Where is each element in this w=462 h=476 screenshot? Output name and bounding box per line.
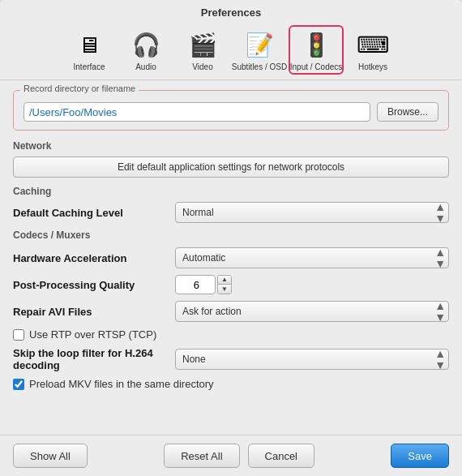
toolbar-item-hotkeys[interactable]: ⌨ Hotkeys xyxy=(345,25,400,75)
bottom-bar: Show All Reset All Cancel Save xyxy=(0,435,462,476)
toolbar-label-hotkeys: Hotkeys xyxy=(358,62,387,71)
save-button[interactable]: Save xyxy=(391,444,449,468)
rtp-rtsp-checkbox[interactable] xyxy=(13,329,24,341)
hw-accel-select-wrapper: Automatic Any None OpenCL VDPAU ▲▼ xyxy=(175,247,449,268)
repair-avi-select[interactable]: Ask for action Always repair Never repai… xyxy=(175,301,449,322)
repair-avi-control: Ask for action Always repair Never repai… xyxy=(175,301,449,322)
rtp-rtsp-row: Use RTP over RTSP (TCP) xyxy=(13,328,449,341)
rtp-rtsp-label: Use RTP over RTSP (TCP) xyxy=(29,328,156,341)
caching-header: Caching xyxy=(13,186,449,197)
network-settings-button[interactable]: Edit default application settings for ne… xyxy=(13,157,449,178)
record-path-input[interactable] xyxy=(24,102,370,122)
post-quality-decrement[interactable]: ▼ xyxy=(218,285,231,294)
toolbar-label-audio: Audio xyxy=(135,62,156,71)
subtitles-icon: 📝 xyxy=(243,28,276,61)
codecs-header: Codecs / Muxers xyxy=(13,229,449,241)
video-icon: 🎬 xyxy=(186,28,219,61)
caching-select-wrapper: Normal Custom Smallest latency Small lat… xyxy=(175,202,449,223)
caching-section: Caching Default Caching Level Normal Cus… xyxy=(13,186,449,223)
post-quality-input[interactable] xyxy=(175,275,216,294)
cancel-button[interactable]: Cancel xyxy=(248,444,314,468)
post-quality-stepper: ▲ ▼ xyxy=(217,275,232,294)
caching-row: Default Caching Level Normal Custom Smal… xyxy=(13,202,449,223)
record-section-label: Record directory or filename xyxy=(20,84,139,93)
hw-accel-row: Hardware Acceleration Automatic Any None… xyxy=(13,247,449,268)
audio-icon: 🎧 xyxy=(130,28,162,61)
toolbar-item-video[interactable]: 🎬 Video xyxy=(175,25,230,75)
h264-loop-row: Skip the loop filter for H.264 decoding … xyxy=(13,347,449,371)
center-buttons: Reset All Cancel xyxy=(164,444,314,468)
toolbar-label-interface: Interface xyxy=(74,62,105,71)
preferences-window: Preferences 🖥 Interface 🎧 Audio 🎬 Video … xyxy=(0,0,462,476)
reset-all-button[interactable]: Reset All xyxy=(164,444,239,468)
toolbar-item-subtitles[interactable]: 📝 Subtitles / OSD xyxy=(232,25,287,75)
browse-button[interactable]: Browse... xyxy=(377,102,438,122)
repair-avi-row: Repair AVI Files Ask for action Always r… xyxy=(13,301,449,322)
toolbar-label-video: Video xyxy=(192,62,212,71)
post-quality-wrapper: ▲ ▼ xyxy=(175,275,449,294)
preload-mkv-row: Preload MKV files in the same directory xyxy=(13,378,449,390)
toolbar-item-audio[interactable]: 🎧 Audio xyxy=(118,25,173,75)
hw-accel-control: Automatic Any None OpenCL VDPAU ▲▼ xyxy=(175,247,449,268)
codecs-section: Codecs / Muxers Hardware Acceleration Au… xyxy=(13,229,449,390)
repair-avi-label: Repair AVI Files xyxy=(13,306,175,318)
input-icon: 🚦 xyxy=(300,28,332,61)
window-title: Preferences xyxy=(0,0,462,22)
caching-label: Default Caching Level xyxy=(13,207,175,219)
toolbar: 🖥 Interface 🎧 Audio 🎬 Video 📝 Subtitles … xyxy=(0,22,462,80)
hotkeys-icon: ⌨ xyxy=(357,28,389,61)
h264-loop-select-wrapper: None Non-ref Bidir Non-key All ▲▼ xyxy=(175,349,449,370)
toolbar-label-input: Input / Codecs xyxy=(290,62,342,71)
network-header: Network xyxy=(13,140,449,152)
network-section: Network Edit default application setting… xyxy=(13,140,449,178)
h264-loop-select[interactable]: None Non-ref Bidir Non-key All xyxy=(175,349,449,370)
hw-accel-label: Hardware Acceleration xyxy=(13,252,175,264)
repair-avi-select-wrapper: Ask for action Always repair Never repai… xyxy=(175,301,449,322)
post-quality-control: ▲ ▼ xyxy=(175,275,449,294)
hw-accel-select[interactable]: Automatic Any None OpenCL VDPAU xyxy=(175,247,449,268)
interface-icon: 🖥 xyxy=(73,28,105,61)
toolbar-item-interface[interactable]: 🖥 Interface xyxy=(62,25,117,75)
toolbar-item-input[interactable]: 🚦 Input / Codecs xyxy=(289,25,344,75)
caching-select[interactable]: Normal Custom Smallest latency Small lat… xyxy=(175,202,449,223)
post-quality-label: Post-Processing Quality xyxy=(13,279,175,291)
record-row: Browse... xyxy=(24,102,438,122)
h264-loop-control: None Non-ref Bidir Non-key All ▲▼ xyxy=(175,349,449,370)
preload-mkv-checkbox[interactable] xyxy=(13,379,24,390)
main-content: Record directory or filename Browse... N… xyxy=(0,80,462,435)
preload-mkv-label: Preload MKV files in the same directory xyxy=(29,378,214,390)
toolbar-label-subtitles: Subtitles / OSD xyxy=(232,62,287,71)
post-quality-row: Post-Processing Quality ▲ ▼ xyxy=(13,275,449,294)
h264-loop-label: Skip the loop filter for H.264 decoding xyxy=(13,347,175,371)
caching-control: Normal Custom Smallest latency Small lat… xyxy=(175,202,449,223)
show-all-button[interactable]: Show All xyxy=(13,444,88,468)
record-section: Record directory or filename Browse... xyxy=(13,90,449,131)
post-quality-increment[interactable]: ▲ xyxy=(218,276,231,285)
